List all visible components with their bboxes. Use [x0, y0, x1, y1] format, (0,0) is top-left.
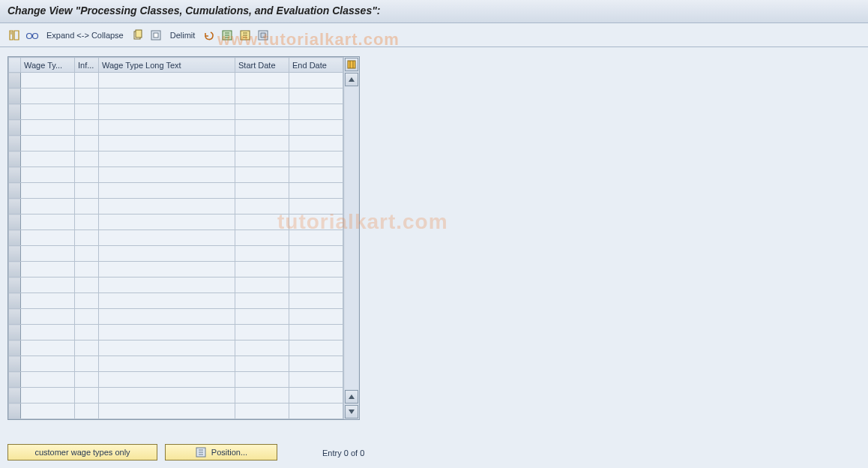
cell[interactable]	[235, 325, 289, 340]
cell[interactable]	[75, 309, 99, 325]
scroll-track[interactable]	[345, 87, 358, 389]
cell[interactable]	[21, 278, 75, 293]
table-row[interactable]	[9, 167, 343, 183]
cell[interactable]	[235, 104, 289, 120]
row-select-cell[interactable]	[9, 230, 21, 246]
cell[interactable]	[75, 262, 99, 278]
cell[interactable]	[21, 293, 75, 309]
cell[interactable]	[289, 152, 343, 167]
cell[interactable]	[235, 278, 289, 293]
cell[interactable]	[235, 356, 289, 372]
cell[interactable]	[235, 309, 289, 325]
cell[interactable]	[21, 73, 75, 88]
cell[interactable]	[99, 167, 235, 183]
cell[interactable]	[75, 404, 99, 419]
cell[interactable]	[75, 372, 99, 388]
cell[interactable]	[289, 356, 343, 372]
cell[interactable]	[75, 246, 99, 262]
column-wage-type[interactable]: Wage Ty...	[21, 58, 75, 73]
cell[interactable]	[235, 388, 289, 404]
cell[interactable]	[235, 183, 289, 199]
cell[interactable]	[235, 199, 289, 214]
undo-icon[interactable]	[202, 28, 216, 42]
cell[interactable]	[21, 340, 75, 356]
table-row[interactable]	[9, 309, 343, 325]
cell[interactable]	[21, 199, 75, 214]
cell[interactable]	[75, 120, 99, 136]
cell[interactable]	[235, 340, 289, 356]
cell[interactable]	[21, 388, 75, 404]
row-select-cell[interactable]	[9, 136, 21, 152]
cell[interactable]	[21, 230, 75, 246]
cell[interactable]	[21, 120, 75, 136]
table-row[interactable]	[9, 404, 343, 419]
cell[interactable]	[99, 88, 235, 104]
column-end-date[interactable]: End Date	[289, 58, 343, 73]
cell[interactable]	[235, 214, 289, 230]
column-select-header[interactable]	[9, 58, 21, 73]
cell[interactable]	[99, 183, 235, 199]
cell[interactable]	[75, 340, 99, 356]
table-row[interactable]	[9, 152, 343, 167]
cell[interactable]	[235, 120, 289, 136]
cell[interactable]	[99, 262, 235, 278]
cell[interactable]	[75, 152, 99, 167]
table-row[interactable]	[9, 230, 343, 246]
cell[interactable]	[21, 404, 75, 419]
cell[interactable]	[75, 167, 99, 183]
table-row[interactable]	[9, 325, 343, 340]
cell[interactable]	[99, 73, 235, 88]
deselect-all-icon[interactable]	[238, 28, 252, 42]
row-select-cell[interactable]	[9, 88, 21, 104]
cell[interactable]	[21, 309, 75, 325]
cell[interactable]	[75, 73, 99, 88]
row-select-cell[interactable]	[9, 340, 21, 356]
table-row[interactable]	[9, 120, 343, 136]
cell[interactable]	[75, 214, 99, 230]
glasses-icon[interactable]	[25, 28, 39, 42]
cell[interactable]	[235, 404, 289, 419]
table-row[interactable]	[9, 214, 343, 230]
cell[interactable]	[75, 356, 99, 372]
select-all-icon[interactable]	[220, 28, 234, 42]
row-select-cell[interactable]	[9, 278, 21, 293]
table-row[interactable]	[9, 356, 343, 372]
cell[interactable]	[289, 136, 343, 152]
cell[interactable]	[21, 136, 75, 152]
cell[interactable]	[75, 388, 99, 404]
cell[interactable]	[99, 136, 235, 152]
cell[interactable]	[289, 104, 343, 120]
cell[interactable]	[99, 214, 235, 230]
cell[interactable]	[21, 152, 75, 167]
cell[interactable]	[99, 120, 235, 136]
cell[interactable]	[289, 309, 343, 325]
row-select-cell[interactable]	[9, 293, 21, 309]
cell[interactable]	[75, 136, 99, 152]
cell[interactable]	[99, 388, 235, 404]
table-row[interactable]	[9, 293, 343, 309]
cell[interactable]	[75, 325, 99, 340]
table-row[interactable]	[9, 104, 343, 120]
row-select-cell[interactable]	[9, 404, 21, 419]
cell[interactable]	[99, 372, 235, 388]
cell[interactable]	[289, 340, 343, 356]
row-select-cell[interactable]	[9, 214, 21, 230]
copy-icon[interactable]	[131, 28, 145, 42]
table-row[interactable]	[9, 372, 343, 388]
cell[interactable]	[289, 404, 343, 419]
table-row[interactable]	[9, 183, 343, 199]
cell[interactable]	[75, 183, 99, 199]
cell[interactable]	[235, 293, 289, 309]
cell[interactable]	[21, 246, 75, 262]
cell[interactable]	[289, 262, 343, 278]
cell[interactable]	[21, 372, 75, 388]
toggle-icon[interactable]	[7, 28, 21, 42]
table-row[interactable]	[9, 246, 343, 262]
row-select-cell[interactable]	[9, 183, 21, 199]
cell[interactable]	[99, 230, 235, 246]
cell[interactable]	[289, 246, 343, 262]
cell[interactable]	[99, 246, 235, 262]
scroll-up-icon[interactable]	[345, 73, 358, 86]
cell[interactable]	[289, 199, 343, 214]
row-select-cell[interactable]	[9, 246, 21, 262]
